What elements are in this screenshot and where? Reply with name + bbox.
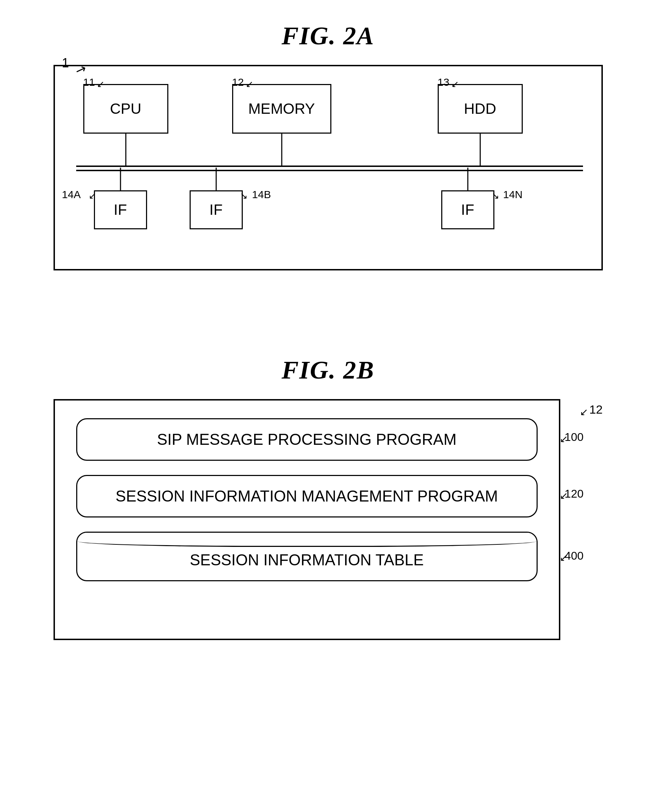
if-b-label-arrow: ↙ — [240, 190, 248, 201]
if-a-label-arrow: ↙ — [88, 190, 96, 201]
if-b-wrapper: IF 14B ↙ — [190, 190, 243, 229]
if-b-box: IF — [190, 190, 243, 229]
cpu-wrapper: 11 ↙ CPU — [83, 84, 168, 134]
sip-program-arrow: ↙ — [560, 433, 568, 445]
session-table-wrapper: SESSION INFORMATION TABLE 400 ↙ — [76, 532, 538, 581]
sip-program-wrapper: SIP MESSAGE PROCESSING PROGRAM 100 ↙ — [76, 418, 538, 461]
cpu-box: CPU — [83, 84, 168, 134]
fig-2a-section: FIG. 2A 1 ↙ 11 ↙ CPU 12 ↙ — [28, 21, 628, 271]
cpu-label-arrow: ↙ — [97, 79, 105, 90]
fig-2b-section: FIG. 2B SIP MESSAGE PROCESSING PROGRAM 1… — [28, 356, 628, 640]
fig-2b-outer-arrow: ↙ — [580, 406, 588, 418]
if-b-bus-connector — [215, 168, 217, 190]
cylinder-top — [77, 533, 537, 547]
fig-2a-diagram: 1 ↙ 11 ↙ CPU 12 ↙ MEMORY — [54, 65, 603, 271]
fig-2b-container: SIP MESSAGE PROCESSING PROGRAM 100 ↙ SES… — [54, 399, 603, 640]
hdd-label: 13 — [438, 76, 449, 88]
if-n-label: 14N — [503, 189, 522, 201]
page: FIG. 2A 1 ↙ 11 ↙ CPU 12 ↙ — [0, 0, 656, 812]
memory-wrapper: 12 ↙ MEMORY — [232, 84, 331, 134]
if-a-text: IF — [114, 201, 127, 218]
if-a-wrapper: 14A ↙ IF — [94, 190, 147, 229]
hdd-wrapper: 13 ↙ HDD — [438, 84, 523, 134]
session-mgmt-box: SESSION INFORMATION MANAGEMENT PROGRAM — [76, 475, 538, 518]
if-a-bus-connector — [120, 168, 121, 190]
memory-label-arrow: ↙ — [246, 79, 254, 90]
sip-program-text: SIP MESSAGE PROCESSING PROGRAM — [157, 431, 456, 449]
hdd-box: HDD — [438, 84, 523, 134]
cpu-text: CPU — [110, 100, 141, 117]
if-n-box: IF — [441, 190, 494, 229]
if-n-text: IF — [461, 201, 474, 218]
memory-box: MEMORY — [232, 84, 331, 134]
memory-bus-connector — [281, 134, 282, 165]
session-table-arrow: ↙ — [560, 552, 568, 563]
memory-text: MEMORY — [248, 100, 315, 117]
hdd-text: HDD — [464, 100, 496, 117]
cpu-label: 11 — [83, 76, 95, 88]
hdd-label-arrow: ↙ — [451, 79, 459, 90]
if-a-label: 14A — [62, 189, 81, 201]
cpu-bus-connector — [125, 134, 126, 165]
bus-line-main — [76, 165, 583, 167]
sip-program-box: SIP MESSAGE PROCESSING PROGRAM — [76, 418, 538, 461]
session-table-cylinder: SESSION INFORMATION TABLE — [76, 532, 538, 581]
session-mgmt-arrow: ↙ — [560, 490, 568, 501]
hdd-bus-connector — [480, 134, 481, 165]
fig-2b-diagram: SIP MESSAGE PROCESSING PROGRAM 100 ↙ SES… — [54, 399, 560, 640]
if-a-box: IF — [94, 190, 147, 229]
if-n-wrapper: IF 14N ↙ — [441, 190, 494, 229]
if-n-bus-connector — [467, 168, 468, 190]
fig-2b-outer-label: 12 — [589, 403, 603, 416]
session-mgmt-wrapper: SESSION INFORMATION MANAGEMENT PROGRAM 1… — [76, 475, 538, 518]
session-mgmt-text: SESSION INFORMATION MANAGEMENT PROGRAM — [116, 487, 498, 505]
fig-2a-title: FIG. 2A — [282, 21, 374, 51]
if-b-text: IF — [209, 201, 223, 218]
session-table-text: SESSION INFORMATION TABLE — [190, 551, 424, 569]
bus-line-secondary — [76, 170, 583, 171]
if-n-label-arrow: ↙ — [492, 190, 499, 201]
fig-2b-title: FIG. 2B — [282, 356, 374, 385]
if-b-label: 14B — [252, 189, 271, 201]
fig-2a-outer-label: 1 — [62, 56, 69, 71]
memory-label: 12 — [232, 76, 244, 88]
